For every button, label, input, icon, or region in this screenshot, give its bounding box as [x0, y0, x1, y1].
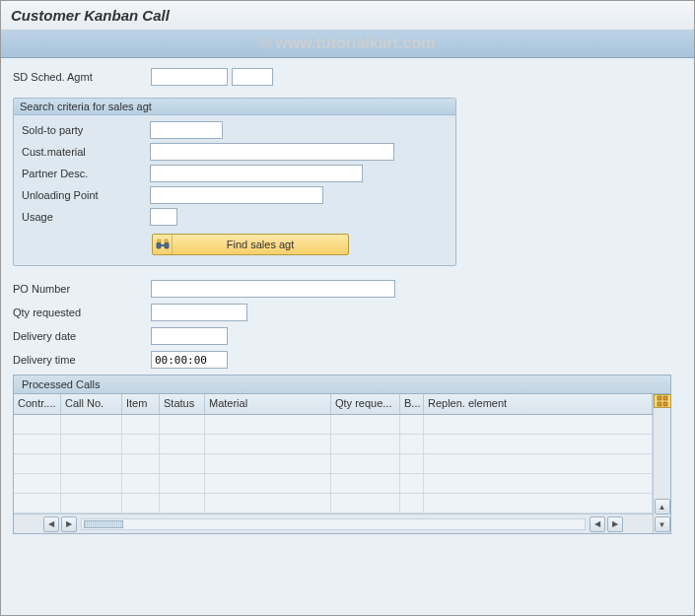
- cust-material-label: Cust.material: [22, 146, 150, 158]
- col-call-no[interactable]: Call No.: [61, 394, 122, 414]
- po-number-label: PO Number: [13, 283, 151, 295]
- svg-rect-1: [165, 242, 169, 248]
- cell-contr[interactable]: [14, 474, 61, 493]
- cell-callno[interactable]: [61, 454, 122, 473]
- cell-callno[interactable]: [61, 474, 122, 493]
- search-criteria-group: Search criteria for sales agt Sold-to pa…: [13, 98, 456, 266]
- cell-b[interactable]: [400, 415, 424, 434]
- cell-item[interactable]: [122, 474, 160, 493]
- sd-sched-agmt-row: SD Sched. Agmt: [13, 68, 682, 86]
- binoculars-icon: [153, 235, 173, 254]
- sd-sched-agmt-input-1[interactable]: [151, 68, 228, 86]
- cell-contr[interactable]: [14, 415, 61, 434]
- po-number-input[interactable]: [151, 280, 395, 298]
- table-config-icon[interactable]: [654, 394, 671, 408]
- cell-qty[interactable]: [331, 435, 400, 453]
- unloading-point-input[interactable]: [150, 186, 323, 204]
- cell-status[interactable]: [160, 435, 205, 453]
- sold-to-party-label: Sold-to party: [22, 124, 150, 136]
- page-title: Customer Kanban Call: [1, 1, 694, 31]
- cell-replen[interactable]: [424, 494, 653, 513]
- scroll-right-step-icon[interactable]: ▶: [61, 516, 77, 532]
- delivery-time-label: Delivery time: [13, 354, 151, 366]
- qty-requested-input[interactable]: [151, 304, 247, 321]
- sd-sched-agmt-label: SD Sched. Agmt: [13, 71, 151, 83]
- sold-to-party-input[interactable]: [150, 121, 223, 139]
- cell-b[interactable]: [400, 494, 424, 513]
- scroll-left-icon[interactable]: ◀: [43, 516, 59, 532]
- cell-item[interactable]: [122, 494, 160, 513]
- table-row[interactable]: [14, 435, 653, 454]
- vertical-scrollbar[interactable]: ▲ ▼: [653, 394, 670, 533]
- col-replen-element[interactable]: Replen. element: [424, 394, 653, 414]
- cell-qty[interactable]: [331, 454, 400, 473]
- usage-input[interactable]: [150, 208, 177, 226]
- cust-material-input[interactable]: [150, 143, 394, 161]
- cell-replen[interactable]: [424, 474, 653, 493]
- toolbar: © © www.tutorialkart.com www.tutorialkar…: [1, 31, 694, 58]
- scroll-right-end-icon[interactable]: ▶: [607, 516, 623, 532]
- delivery-date-input[interactable]: [151, 327, 228, 345]
- cell-qty[interactable]: [331, 415, 400, 434]
- cell-b[interactable]: [400, 474, 424, 493]
- content-area: SD Sched. Agmt Search criteria for sales…: [1, 58, 694, 616]
- cell-callno[interactable]: [61, 494, 122, 513]
- find-sales-agt-button[interactable]: Find sales agt: [152, 234, 349, 255]
- cell-status[interactable]: [160, 494, 205, 513]
- cell-replen[interactable]: [424, 415, 653, 434]
- col-material[interactable]: Material: [205, 394, 331, 414]
- cell-replen[interactable]: [424, 435, 653, 453]
- scroll-down-icon[interactable]: ▼: [655, 516, 670, 532]
- cell-contr[interactable]: [14, 494, 61, 513]
- table-row[interactable]: [14, 454, 653, 474]
- cell-b[interactable]: [400, 435, 424, 453]
- cell-material[interactable]: [205, 415, 331, 434]
- cell-item[interactable]: [122, 435, 160, 453]
- cell-contr[interactable]: [14, 454, 61, 473]
- svg-rect-2: [161, 244, 165, 246]
- scroll-up-icon[interactable]: ▲: [655, 499, 670, 514]
- delivery-time-input[interactable]: [151, 351, 228, 369]
- watermark-visible: www.tutorialkart.com: [275, 34, 435, 52]
- cell-callno[interactable]: [61, 435, 122, 453]
- delivery-date-label: Delivery date: [13, 330, 151, 342]
- cell-item[interactable]: [122, 454, 160, 473]
- cell-material[interactable]: [205, 454, 331, 473]
- cell-material[interactable]: [205, 494, 331, 513]
- cell-material[interactable]: [205, 474, 331, 493]
- cell-item[interactable]: [122, 415, 160, 434]
- col-qty-requested[interactable]: Qty reque...: [331, 394, 400, 414]
- cell-callno[interactable]: [61, 415, 122, 434]
- cell-contr[interactable]: [14, 435, 61, 453]
- find-sales-agt-label: Find sales agt: [173, 239, 348, 250]
- table-body: [14, 415, 653, 513]
- col-b[interactable]: B...: [400, 394, 424, 414]
- cell-replen[interactable]: [424, 454, 653, 473]
- table-row[interactable]: [14, 494, 653, 513]
- partner-desc-input[interactable]: [150, 165, 363, 182]
- svg-rect-5: [658, 396, 661, 400]
- svg-rect-6: [663, 396, 667, 400]
- cell-qty[interactable]: [331, 474, 400, 493]
- sd-sched-agmt-input-2[interactable]: [232, 68, 273, 86]
- col-status[interactable]: Status: [160, 394, 205, 414]
- cell-qty[interactable]: [331, 494, 400, 513]
- unloading-point-label: Unloading Point: [22, 189, 150, 201]
- copyright-icon: ©: [260, 34, 272, 52]
- cell-material[interactable]: [205, 435, 331, 453]
- col-item[interactable]: Item: [122, 394, 160, 414]
- hscroll-thumb[interactable]: [84, 520, 123, 528]
- cell-status[interactable]: [160, 454, 205, 473]
- horizontal-scrollbar[interactable]: ◀ ▶ ◀ ▶: [14, 513, 653, 533]
- cell-b[interactable]: [400, 454, 424, 473]
- cell-status[interactable]: [160, 415, 205, 434]
- hscroll-track[interactable]: [81, 518, 586, 530]
- watermark: © © www.tutorialkart.com www.tutorialkar…: [260, 34, 436, 52]
- svg-rect-7: [658, 402, 661, 406]
- scroll-left-end-icon[interactable]: ◀: [590, 516, 605, 532]
- table-row[interactable]: [14, 474, 653, 494]
- table-row[interactable]: [14, 415, 653, 435]
- qty-requested-label: Qty requested: [13, 307, 151, 318]
- col-contr[interactable]: Contr....: [14, 394, 61, 414]
- cell-status[interactable]: [160, 474, 205, 493]
